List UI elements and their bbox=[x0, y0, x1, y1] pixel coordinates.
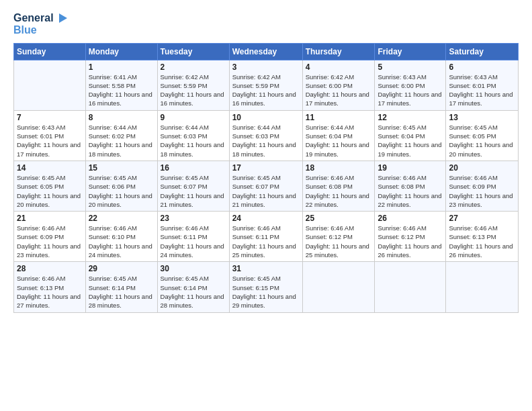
day-info: Sunrise: 6:46 AMSunset: 6:11 PMDaylight:… bbox=[161, 224, 226, 259]
day-info: Sunrise: 6:45 AMSunset: 6:05 PMDaylight:… bbox=[17, 173, 83, 209]
day-number: 21 bbox=[17, 214, 83, 223]
day-info: Sunrise: 6:42 AMSunset: 6:00 PMDaylight:… bbox=[306, 73, 372, 108]
day-info: Sunrise: 6:44 AMSunset: 6:03 PMDaylight:… bbox=[232, 123, 300, 158]
day-info: Sunrise: 6:44 AMSunset: 6:04 PMDaylight:… bbox=[306, 123, 372, 158]
day-number: 20 bbox=[449, 163, 515, 173]
day-info: Sunrise: 6:46 AMSunset: 6:09 PMDaylight:… bbox=[449, 173, 515, 209]
day-info: Sunrise: 6:45 AMSunset: 6:07 PMDaylight:… bbox=[232, 173, 300, 209]
day-number: 5 bbox=[378, 62, 443, 72]
day-cell: 11Sunrise: 6:44 AMSunset: 6:04 PMDayligh… bbox=[302, 110, 375, 161]
day-number: 17 bbox=[232, 163, 300, 173]
weekday-header-wednesday: Wednesday bbox=[229, 43, 302, 60]
day-cell: 7Sunrise: 6:43 AMSunset: 6:01 PMDaylight… bbox=[14, 110, 86, 161]
day-cell: 21Sunrise: 6:46 AMSunset: 6:09 PMDayligh… bbox=[14, 212, 86, 262]
day-info: Sunrise: 6:45 AMSunset: 6:07 PMDaylight:… bbox=[161, 173, 226, 209]
day-cell: 18Sunrise: 6:46 AMSunset: 6:08 PMDayligh… bbox=[302, 161, 375, 211]
day-info: Sunrise: 6:42 AMSunset: 5:59 PMDaylight:… bbox=[161, 73, 226, 108]
day-cell: 5Sunrise: 6:43 AMSunset: 6:00 PMDaylight… bbox=[375, 60, 446, 110]
day-cell: 22Sunrise: 6:46 AMSunset: 6:10 PMDayligh… bbox=[85, 212, 157, 262]
day-info: Sunrise: 6:44 AMSunset: 6:02 PMDaylight:… bbox=[89, 123, 154, 158]
day-cell: 16Sunrise: 6:45 AMSunset: 6:07 PMDayligh… bbox=[157, 161, 229, 211]
day-number: 1 bbox=[89, 62, 154, 72]
day-number: 12 bbox=[378, 113, 443, 122]
day-info: Sunrise: 6:45 AMSunset: 6:14 PMDaylight:… bbox=[161, 274, 226, 310]
day-cell bbox=[375, 262, 446, 312]
logo-general: General bbox=[13, 12, 54, 24]
day-info: Sunrise: 6:46 AMSunset: 6:11 PMDaylight:… bbox=[232, 224, 300, 259]
day-cell: 8Sunrise: 6:44 AMSunset: 6:02 PMDaylight… bbox=[85, 110, 157, 161]
weekday-header-thursday: Thursday bbox=[302, 43, 375, 60]
day-cell: 26Sunrise: 6:46 AMSunset: 6:12 PMDayligh… bbox=[375, 212, 446, 262]
week-row-5: 28Sunrise: 6:46 AMSunset: 6:13 PMDayligh… bbox=[14, 262, 519, 312]
day-number: 13 bbox=[449, 113, 515, 122]
weekday-header-saturday: Saturday bbox=[446, 43, 519, 60]
header: General Blue bbox=[13, 11, 519, 36]
day-info: Sunrise: 6:46 AMSunset: 6:12 PMDaylight:… bbox=[306, 224, 372, 259]
week-row-1: 1Sunrise: 6:41 AMSunset: 5:58 PMDaylight… bbox=[14, 60, 519, 110]
day-info: Sunrise: 6:45 AMSunset: 6:05 PMDaylight:… bbox=[449, 123, 515, 158]
day-info: Sunrise: 6:46 AMSunset: 6:08 PMDaylight:… bbox=[378, 173, 443, 209]
day-number: 16 bbox=[161, 163, 226, 173]
day-number: 31 bbox=[232, 264, 300, 273]
day-number: 14 bbox=[17, 163, 83, 173]
logo-container: General Blue bbox=[13, 11, 70, 36]
day-number: 25 bbox=[306, 214, 372, 223]
day-number: 19 bbox=[378, 163, 443, 173]
day-cell: 28Sunrise: 6:46 AMSunset: 6:13 PMDayligh… bbox=[14, 262, 86, 312]
weekday-header-friday: Friday bbox=[375, 43, 446, 60]
day-cell: 31Sunrise: 6:45 AMSunset: 6:15 PMDayligh… bbox=[229, 262, 302, 312]
day-info: Sunrise: 6:42 AMSunset: 5:59 PMDaylight:… bbox=[232, 73, 300, 108]
day-info: Sunrise: 6:43 AMSunset: 6:01 PMDaylight:… bbox=[17, 123, 83, 158]
day-cell: 19Sunrise: 6:46 AMSunset: 6:08 PMDayligh… bbox=[375, 161, 446, 211]
day-cell: 15Sunrise: 6:45 AMSunset: 6:06 PMDayligh… bbox=[85, 161, 157, 211]
day-cell bbox=[14, 60, 86, 110]
day-number: 4 bbox=[306, 62, 372, 72]
day-number: 26 bbox=[378, 214, 443, 223]
day-number: 6 bbox=[449, 62, 515, 72]
day-cell: 6Sunrise: 6:43 AMSunset: 6:01 PMDaylight… bbox=[446, 60, 519, 110]
day-number: 29 bbox=[89, 264, 154, 273]
day-number: 15 bbox=[89, 163, 154, 173]
svg-marker-0 bbox=[59, 13, 67, 23]
day-number: 7 bbox=[17, 113, 83, 122]
day-cell: 17Sunrise: 6:45 AMSunset: 6:07 PMDayligh… bbox=[229, 161, 302, 211]
day-number: 30 bbox=[161, 264, 226, 273]
day-number: 27 bbox=[449, 214, 515, 223]
day-number: 28 bbox=[17, 264, 83, 273]
day-info: Sunrise: 6:41 AMSunset: 5:58 PMDaylight:… bbox=[89, 73, 154, 108]
day-cell: 20Sunrise: 6:46 AMSunset: 6:09 PMDayligh… bbox=[446, 161, 519, 211]
day-number: 11 bbox=[306, 113, 372, 122]
calendar-page: General Blue SundayMondayTuesdayWednesda… bbox=[0, 0, 532, 411]
day-info: Sunrise: 6:45 AMSunset: 6:14 PMDaylight:… bbox=[89, 274, 154, 310]
weekday-header-sunday: Sunday bbox=[14, 43, 86, 60]
day-number: 10 bbox=[232, 113, 300, 122]
weekday-header-row: SundayMondayTuesdayWednesdayThursdayFrid… bbox=[14, 43, 519, 60]
logo-arrow-icon bbox=[55, 11, 70, 26]
day-number: 3 bbox=[232, 62, 300, 72]
day-cell: 25Sunrise: 6:46 AMSunset: 6:12 PMDayligh… bbox=[302, 212, 375, 262]
day-cell: 1Sunrise: 6:41 AMSunset: 5:58 PMDaylight… bbox=[85, 60, 157, 110]
day-cell: 9Sunrise: 6:44 AMSunset: 6:03 PMDaylight… bbox=[157, 110, 229, 161]
day-info: Sunrise: 6:46 AMSunset: 6:13 PMDaylight:… bbox=[17, 274, 83, 310]
day-number: 22 bbox=[89, 214, 154, 223]
day-info: Sunrise: 6:45 AMSunset: 6:04 PMDaylight:… bbox=[378, 123, 443, 158]
calendar-table: SundayMondayTuesdayWednesdayThursdayFrid… bbox=[13, 43, 519, 313]
day-info: Sunrise: 6:43 AMSunset: 6:01 PMDaylight:… bbox=[449, 73, 515, 108]
day-cell: 3Sunrise: 6:42 AMSunset: 5:59 PMDaylight… bbox=[229, 60, 302, 110]
day-cell bbox=[302, 262, 375, 312]
day-cell: 24Sunrise: 6:46 AMSunset: 6:11 PMDayligh… bbox=[229, 212, 302, 262]
logo-blue: Blue bbox=[13, 24, 37, 36]
day-info: Sunrise: 6:46 AMSunset: 6:09 PMDaylight:… bbox=[17, 224, 83, 259]
week-row-2: 7Sunrise: 6:43 AMSunset: 6:01 PMDaylight… bbox=[14, 110, 519, 161]
day-cell: 27Sunrise: 6:46 AMSunset: 6:13 PMDayligh… bbox=[446, 212, 519, 262]
day-number: 23 bbox=[161, 214, 226, 223]
weekday-header-monday: Monday bbox=[85, 43, 157, 60]
day-info: Sunrise: 6:43 AMSunset: 6:00 PMDaylight:… bbox=[378, 73, 443, 108]
day-number: 24 bbox=[232, 214, 300, 223]
day-cell bbox=[446, 262, 519, 312]
day-cell: 23Sunrise: 6:46 AMSunset: 6:11 PMDayligh… bbox=[157, 212, 229, 262]
day-number: 9 bbox=[161, 113, 226, 122]
day-cell: 10Sunrise: 6:44 AMSunset: 6:03 PMDayligh… bbox=[229, 110, 302, 161]
day-info: Sunrise: 6:45 AMSunset: 6:15 PMDaylight:… bbox=[232, 274, 300, 310]
day-cell: 13Sunrise: 6:45 AMSunset: 6:05 PMDayligh… bbox=[446, 110, 519, 161]
